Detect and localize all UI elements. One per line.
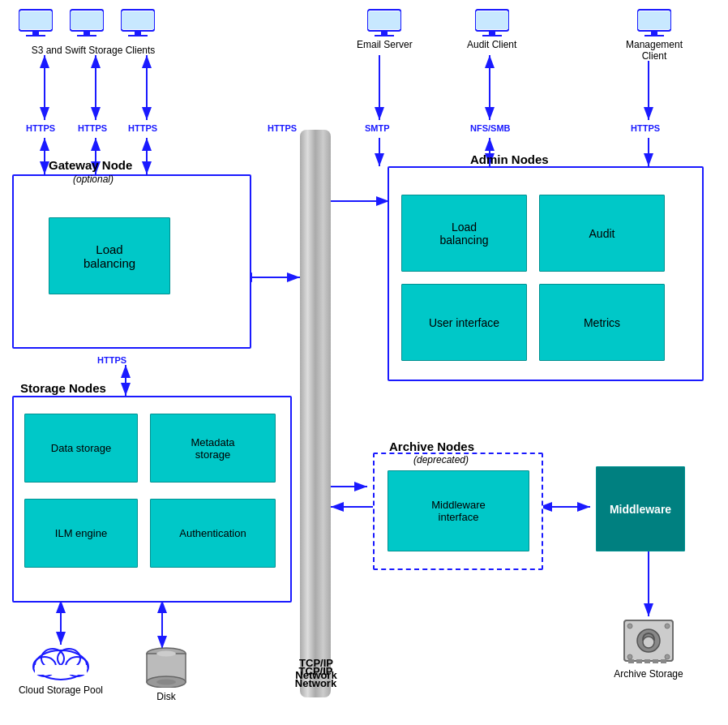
storage-metadata: Metadata storage <box>150 414 276 483</box>
svg-point-59 <box>156 680 176 685</box>
gateway-node-subtitle: (optional) <box>73 174 113 185</box>
archive-storage-container: Archive Storage <box>608 612 689 680</box>
svg-rect-68 <box>628 659 634 663</box>
tcpip-label: TCP/IP Network <box>277 665 354 689</box>
https-label-3: HTTPS <box>128 123 157 133</box>
gateway-load-balancing: Load balancing <box>49 217 170 294</box>
storage-authentication: Authentication <box>150 499 276 568</box>
architecture-diagram: TCP/IP Network S3 and Swift Storage Clie… <box>0 0 728 725</box>
nfssmb-label: NFS/SMB <box>470 123 511 133</box>
svg-rect-44 <box>482 35 502 36</box>
svg-rect-31 <box>84 31 90 35</box>
svg-point-63 <box>643 637 654 648</box>
https5-label: HTTPS <box>631 123 660 133</box>
svg-point-65 <box>665 624 670 628</box>
email-server-label: Email Server <box>357 39 413 50</box>
https-label-1: HTTPS <box>26 123 55 133</box>
svg-point-67 <box>665 654 670 659</box>
middleware-box: Middleware <box>596 466 685 551</box>
s3swift-client-3 <box>120 8 156 39</box>
s3swift-client-2 <box>69 8 105 39</box>
disk-icon <box>144 647 189 688</box>
management-client-label: Management Client <box>626 39 683 62</box>
svg-rect-36 <box>128 35 148 36</box>
audit-client-label: Audit Client <box>467 39 516 50</box>
svg-rect-48 <box>644 35 664 36</box>
archive-storage-label: Archive Storage <box>608 668 689 680</box>
svg-rect-43 <box>489 31 495 35</box>
svg-rect-40 <box>375 35 394 36</box>
https4-label: HTTPS <box>268 123 297 133</box>
svg-rect-38 <box>368 11 400 29</box>
monitor-icon-2 <box>69 8 105 37</box>
admin-nodes-title: Admin Nodes <box>470 152 549 166</box>
svg-rect-47 <box>651 31 657 35</box>
admin-audit: Audit <box>539 195 665 272</box>
svg-rect-54 <box>35 665 87 675</box>
admin-metrics: Metrics <box>539 284 665 361</box>
archive-middleware-interface: Middleware interface <box>388 470 529 551</box>
svg-rect-34 <box>122 11 154 29</box>
cloud-storage-label: Cloud Storage Pool <box>16 684 105 696</box>
storage-data-storage: Data storage <box>24 414 138 483</box>
gateway-node-title: Gateway Node <box>49 158 132 172</box>
email-monitor-icon <box>366 8 402 37</box>
monitor-icon-3 <box>120 8 156 37</box>
monitor-icon-1 <box>18 8 54 37</box>
svg-rect-28 <box>26 35 45 36</box>
audit-monitor-icon <box>474 8 510 37</box>
s3swift-label: S3 and Swift Storage Clients <box>12 45 174 56</box>
svg-rect-42 <box>476 11 508 29</box>
https-storage-label: HTTPS <box>97 355 126 365</box>
storage-nodes-title: Storage Nodes <box>20 381 106 395</box>
audit-client: Audit Client <box>467 8 516 50</box>
admin-load-balancing: Load balancing <box>401 195 527 272</box>
svg-rect-70 <box>644 659 650 663</box>
svg-point-58 <box>156 651 176 657</box>
svg-rect-27 <box>32 31 39 35</box>
mgmt-monitor-icon <box>636 8 672 37</box>
svg-rect-35 <box>135 31 141 35</box>
disk-label: Disk <box>134 691 199 702</box>
tcpip-pipe <box>300 130 331 697</box>
svg-rect-46 <box>638 11 670 29</box>
svg-point-64 <box>627 624 632 628</box>
svg-rect-69 <box>636 659 642 663</box>
svg-rect-71 <box>653 659 658 663</box>
archive-nodes-subtitle: (deprecated) <box>413 454 469 465</box>
svg-rect-39 <box>381 31 388 35</box>
cloud-storage-container: Cloud Storage Pool <box>16 641 105 696</box>
s3swift-client-1 <box>18 8 54 39</box>
https-label-2: HTTPS <box>78 123 107 133</box>
svg-rect-72 <box>661 659 666 663</box>
smtp-label: SMTP <box>365 123 390 133</box>
disk-container: Disk <box>134 647 199 702</box>
storage-ilm-engine: ILM engine <box>24 499 138 568</box>
archive-storage-icon <box>620 612 677 665</box>
cloud-icon <box>28 641 93 681</box>
svg-rect-32 <box>77 35 96 36</box>
admin-user-interface: User interface <box>401 284 527 361</box>
svg-rect-30 <box>71 11 103 29</box>
svg-rect-26 <box>19 11 52 29</box>
svg-point-66 <box>627 654 632 659</box>
email-server-client: Email Server <box>357 8 413 50</box>
management-client: Management Client <box>626 8 683 62</box>
archive-nodes-title: Archive Nodes <box>389 440 474 453</box>
